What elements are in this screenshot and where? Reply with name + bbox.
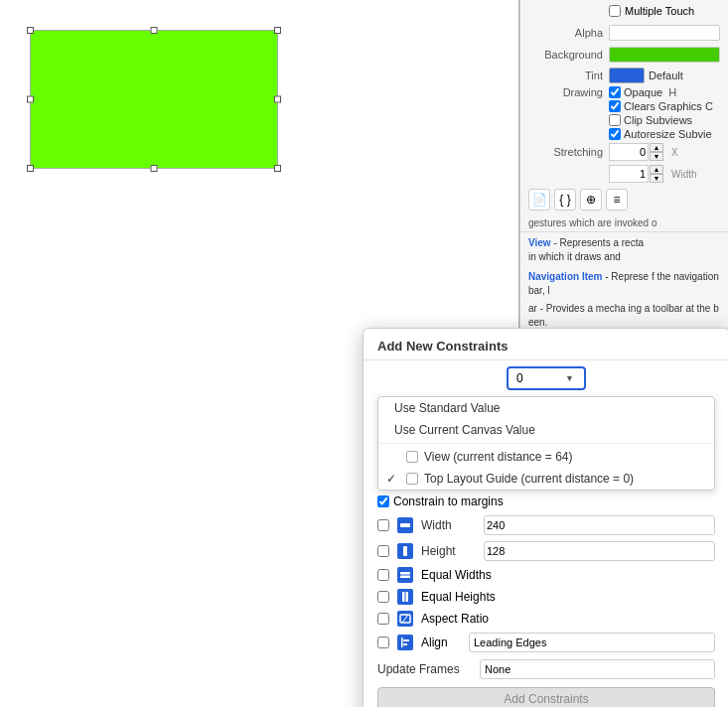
handle-top-left[interactable]: [27, 27, 34, 34]
background-row: Background: [520, 44, 728, 66]
view-checkbox[interactable]: [406, 451, 418, 463]
add-new-constraints-popup: Add New Constraints 0 ▼ Use Standard Val…: [363, 328, 728, 707]
menu-item-view[interactable]: View (current distance = 64): [378, 446, 714, 468]
equal-heights-checkbox[interactable]: [377, 591, 389, 603]
autoresize-checkbox[interactable]: [609, 128, 621, 140]
opaque-checkbox[interactable]: [609, 86, 621, 98]
stretching-width-row: ▲ ▼ Width: [520, 163, 728, 185]
aspect-ratio-icon: [397, 611, 413, 627]
handle-top-middle[interactable]: [151, 27, 158, 34]
drawing-label: Drawing: [528, 86, 603, 98]
menu-item-current-canvas[interactable]: Use Current Canvas Value: [378, 419, 714, 441]
height-checkbox[interactable]: [377, 545, 389, 557]
width-label: Width: [421, 518, 476, 532]
menu-separator: [378, 443, 714, 444]
autoresize-text: Autoresize Subvie: [624, 128, 712, 140]
update-frames-select[interactable]: None: [480, 659, 715, 679]
add-constraints-button[interactable]: Add Constraints: [377, 687, 715, 707]
svg-rect-2: [400, 572, 410, 575]
alpha-label: Alpha: [528, 27, 603, 39]
alpha-row: Alpha: [520, 22, 728, 44]
equal-widths-row: Equal Widths: [364, 564, 728, 586]
current-canvas-label: Use Current Canvas Value: [394, 423, 535, 437]
view-desc-text: - Represents a recta: [553, 237, 644, 248]
menu-item-standard[interactable]: Use Standard Value: [378, 397, 714, 419]
height-select[interactable]: 128: [484, 541, 715, 561]
svg-rect-1: [403, 546, 407, 556]
width-select[interactable]: 240: [484, 515, 715, 535]
background-color-swatch[interactable]: [609, 47, 720, 63]
top-guide-checkbox[interactable]: [406, 473, 418, 485]
tint-row: Tint Default: [520, 66, 728, 85]
clears-checkbox[interactable]: [609, 100, 621, 112]
gesture-text: gestures which are invoked o: [520, 214, 728, 231]
stretching-label: Stretching: [528, 146, 603, 158]
clip-label: Clip Subviews: [609, 114, 692, 126]
aspect-ratio-checkbox[interactable]: [377, 613, 389, 625]
svg-rect-5: [406, 592, 409, 602]
handle-middle-left[interactable]: [27, 96, 34, 103]
svg-rect-0: [400, 523, 410, 527]
view-check-spacer: [386, 450, 400, 464]
multiple-touch-checkbox[interactable]: [609, 5, 621, 17]
opaque-text: Opaque: [624, 86, 662, 98]
toolbar-icons-row: 📄 { } ⊕ ≡: [520, 185, 728, 214]
clears-graphics-row: Clears Graphics C: [520, 99, 728, 113]
clears-label: Clears Graphics C: [609, 100, 713, 112]
braces-icon[interactable]: { }: [554, 189, 576, 211]
width-checkbox[interactable]: [377, 519, 389, 531]
opaque-label: Opaque: [609, 86, 662, 98]
handle-middle-right[interactable]: [274, 96, 281, 103]
view-desc-text2: in which it draws and: [528, 251, 621, 262]
stretching-x-input[interactable]: [609, 143, 649, 161]
svg-rect-4: [402, 592, 405, 602]
stepper-w-down[interactable]: ▼: [650, 174, 663, 183]
align-icon: [397, 635, 413, 650]
drawing-opaque-row: Drawing Opaque H: [520, 85, 728, 99]
width-icon: [397, 517, 413, 533]
update-frames-row: Update Frames None: [364, 655, 728, 683]
toolbar-text: ar - Provides a mecha ing a toolbar at t…: [528, 303, 719, 328]
tint-color-swatch[interactable]: [609, 68, 645, 83]
stepper-down[interactable]: ▼: [650, 152, 663, 161]
menu-item-top-guide[interactable]: ✓ Top Layout Guide (current distance = 0…: [378, 468, 714, 490]
constrain-to-margins-checkbox[interactable]: [377, 495, 389, 507]
clip-checkbox[interactable]: [609, 114, 621, 126]
stepper-w-up[interactable]: ▲: [650, 165, 663, 174]
clip-subviews-row: Clip Subviews: [520, 113, 728, 127]
target-icon[interactable]: ⊕: [580, 189, 602, 211]
handle-bottom-left[interactable]: [27, 165, 34, 172]
align-label: Align: [421, 636, 461, 649]
alpha-input[interactable]: [609, 25, 720, 41]
doc-icon[interactable]: 📄: [528, 189, 550, 211]
handle-top-right[interactable]: [274, 27, 281, 34]
green-rectangle[interactable]: [30, 30, 278, 169]
tint-default-label: Default: [649, 70, 683, 81]
constraint-value-dropdown[interactable]: 0: [507, 366, 586, 390]
equal-widths-checkbox[interactable]: [377, 569, 389, 581]
tint-label: Tint: [528, 70, 603, 81]
equal-heights-label: Equal Heights: [421, 590, 496, 604]
multiple-touch-row: Multiple Touch: [520, 0, 728, 22]
equal-widths-icon: [397, 567, 413, 583]
stepper-up[interactable]: ▲: [650, 143, 663, 152]
clears-text: Clears Graphics C: [624, 100, 713, 112]
svg-rect-3: [400, 576, 410, 579]
align-checkbox[interactable]: [377, 636, 389, 648]
handle-bottom-right[interactable]: [274, 165, 281, 172]
equal-heights-icon: [397, 589, 413, 605]
list-icon[interactable]: ≡: [606, 189, 628, 211]
view-description: View - Represents a recta in which it dr…: [520, 231, 728, 268]
align-select[interactable]: Leading Edges: [469, 633, 715, 652]
clip-text: Clip Subviews: [624, 114, 692, 126]
stretching-w-stepper: ▲ ▼: [650, 165, 663, 183]
svg-rect-8: [401, 637, 403, 647]
equal-widths-label: Equal Widths: [421, 568, 492, 582]
svg-rect-9: [403, 639, 409, 641]
autoresize-row: Autoresize Subvie: [520, 127, 728, 141]
aspect-ratio-label: Aspect Ratio: [421, 612, 489, 626]
handle-bottom-middle[interactable]: [151, 165, 158, 172]
background-label: Background: [528, 49, 603, 61]
constrain-to-margins-label: Constrain to margins: [393, 495, 504, 508]
stretching-w-input[interactable]: [609, 165, 649, 183]
